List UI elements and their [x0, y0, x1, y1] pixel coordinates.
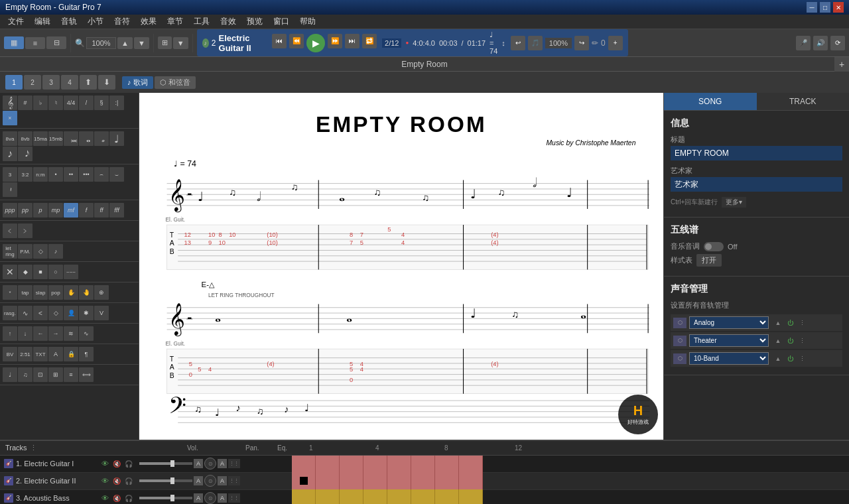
cell-3-4[interactable] — [363, 489, 387, 504]
f-btn[interactable]: f — [79, 203, 94, 218]
song-tab-btn[interactable]: SONG — [664, 93, 757, 110]
track-tab-btn[interactable]: TRACK — [757, 93, 850, 110]
view-btn-3[interactable]: ⊟ — [46, 36, 66, 49]
menu-preview[interactable]: 预览 — [241, 15, 268, 29]
speaker-btn[interactable]: 🔊 — [813, 36, 828, 50]
eq-btn-1[interactable]: ⋮⋮ — [228, 459, 240, 468]
track-head-3[interactable]: 🎧 — [123, 493, 134, 503]
sharp-btn[interactable]: # — [18, 95, 33, 110]
view-tab-4[interactable]: 4 — [61, 75, 78, 90]
p-btn[interactable]: p — [33, 203, 48, 218]
pan-knob-1[interactable]: ⊙ — [204, 458, 216, 470]
artist-input[interactable] — [671, 177, 842, 192]
cell-3-1[interactable] — [292, 489, 316, 504]
whole-btn[interactable]: 𝅝 — [79, 131, 94, 146]
sound-power-10band[interactable]: ⏻ — [785, 353, 795, 364]
zoom-input[interactable] — [86, 37, 116, 49]
a-btn[interactable]: A — [48, 347, 63, 361]
mf-btn[interactable]: mf — [64, 203, 78, 218]
menu-measure[interactable]: 小节 — [82, 15, 109, 29]
sound-up-analog[interactable]: ▲ — [773, 318, 783, 328]
cross-btn[interactable]: ✕ — [3, 265, 17, 279]
vol-slider-1[interactable] — [139, 462, 192, 465]
menu-chapter[interactable]: 章节 — [162, 15, 188, 29]
tuplet1-btn[interactable]: 3 — [3, 167, 17, 182]
zoom-up-btn[interactable]: ▲ — [117, 37, 133, 49]
wave-btn[interactable]: ≋ — [64, 326, 78, 341]
slur-btn[interactable]: ⌣ — [109, 167, 124, 182]
pop-btn[interactable]: pop — [48, 285, 63, 300]
pan-knob-2[interactable]: ⊙ — [204, 475, 216, 487]
harmonic-btn[interactable]: ◇ — [33, 244, 48, 259]
cell-3-2[interactable] — [316, 489, 340, 504]
slap-btn[interactable]: slap — [33, 285, 48, 300]
view-tab-arrow1[interactable]: ⬆ — [80, 75, 97, 90]
menu-effect[interactable]: 效果 — [135, 15, 162, 29]
txt-btn[interactable]: TXT — [33, 347, 48, 361]
section-btn[interactable]: § — [94, 95, 109, 110]
cell-1-1[interactable] — [292, 456, 316, 473]
cell-3-6[interactable] — [411, 489, 435, 504]
cell-1-4[interactable] — [363, 456, 387, 473]
cell-2-4[interactable] — [363, 472, 387, 489]
flat-btn[interactable]: ♭ — [33, 95, 48, 110]
down-btn[interactable]: ↓ — [18, 326, 33, 341]
square-btn[interactable]: ■ — [33, 265, 48, 279]
redo-btn[interactable]: ↪ — [574, 36, 589, 50]
misc1[interactable]: ♩ — [3, 367, 17, 382]
dot3-btn[interactable]: ••• — [79, 167, 94, 182]
vol-slider-3[interactable] — [139, 497, 192, 499]
eq-btn-3[interactable]: ⋮⋮ — [228, 493, 240, 503]
dynamics-btn[interactable]: + — [608, 36, 623, 50]
sound-up-10band[interactable]: ▲ — [773, 353, 783, 364]
track-timeline-2[interactable] — [292, 472, 849, 489]
mic-btn[interactable]: 🎤 — [796, 36, 811, 50]
bv-btn[interactable]: BV — [3, 347, 17, 361]
menu-track[interactable]: 音轨 — [56, 15, 82, 29]
misc4[interactable]: ⊞ — [48, 367, 63, 382]
fff-btn[interactable]: fff — [109, 203, 124, 218]
circle-btn[interactable]: ○ — [48, 265, 63, 279]
tie-btn[interactable]: ⌢ — [94, 167, 109, 182]
cell-1-6[interactable] — [411, 456, 435, 473]
menu-file[interactable]: 文件 — [3, 15, 29, 29]
pan-knob-3[interactable]: ⊙ — [204, 492, 216, 504]
sound-select-analog[interactable]: Analog — [689, 316, 769, 329]
cell-1-8[interactable] — [459, 456, 483, 473]
angle-btn[interactable]: < — [33, 306, 48, 320]
subtitle-input[interactable] — [671, 146, 842, 160]
view-btn-1[interactable]: ▦ — [4, 36, 24, 49]
star-btn[interactable]: ✱ — [79, 306, 94, 320]
rest-btn[interactable]: 𝄽 — [3, 182, 17, 197]
misc3[interactable]: ⊡ — [33, 367, 48, 382]
lyrics-btn[interactable]: ♪ 歌词 — [122, 76, 153, 89]
ff-btn[interactable]: ff — [94, 203, 109, 218]
icon-misc[interactable]: ⊕ — [94, 285, 109, 300]
cell-3-8[interactable] — [459, 489, 483, 504]
palm-icon[interactable]: ✋ — [64, 285, 78, 300]
menu-window[interactable]: 窗口 — [268, 15, 294, 29]
person-btn[interactable]: 👤 — [64, 306, 78, 320]
nat-btn[interactable]: ♮ — [48, 95, 63, 110]
metronome-btn[interactable]: ⟳ — [830, 36, 845, 50]
hand-icon[interactable]: 🤚 — [79, 285, 94, 300]
tuplet3-btn[interactable]: n:m — [33, 167, 48, 182]
tap-btn[interactable]: tap — [18, 285, 33, 300]
cell-1-2[interactable] — [316, 456, 340, 473]
eq-btn-2[interactable]: ⋮⋮ — [228, 476, 240, 485]
sound-select-10band[interactable]: 10-Band — [689, 352, 769, 365]
wave2-btn[interactable]: ∿ — [79, 326, 94, 341]
finger-btn[interactable]: * — [3, 285, 17, 300]
v-btn[interactable]: V — [94, 306, 109, 320]
cell-1-3[interactable] — [340, 456, 363, 473]
cell-3-3[interactable] — [340, 489, 363, 504]
menu-tools[interactable]: 工具 — [188, 15, 215, 29]
menu-note[interactable]: 音符 — [109, 15, 135, 29]
breve-btn[interactable]: 𝅜 — [64, 131, 78, 146]
mp-btn[interactable]: mp — [48, 203, 63, 218]
rasg-btn[interactable]: rasg. — [3, 306, 17, 320]
sixteenth-btn[interactable]: 𝅘𝅥𝅯 — [18, 147, 33, 161]
maximize-btn[interactable]: □ — [820, 2, 830, 13]
sound-power-theater[interactable]: ⏻ — [785, 336, 795, 346]
lock-btn[interactable]: 🔒 — [64, 347, 78, 361]
